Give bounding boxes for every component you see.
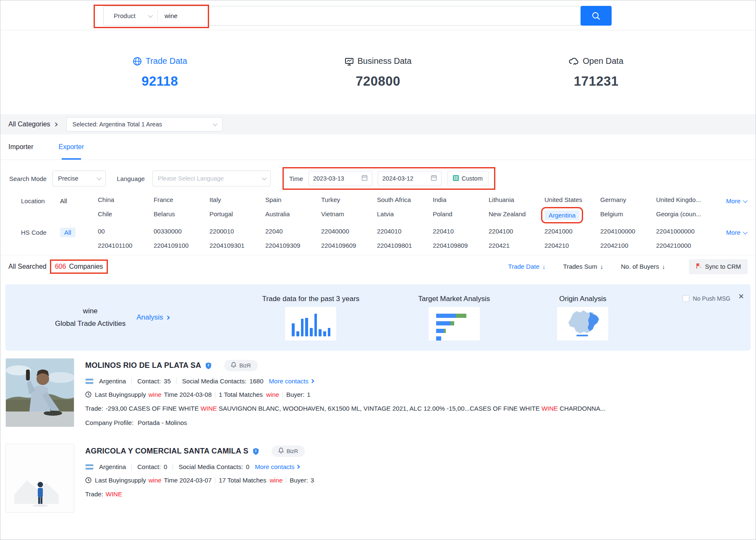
- hscode-option[interactable]: 22041000: [544, 228, 600, 235]
- location-option[interactable]: Lithuania: [489, 196, 544, 203]
- selected-areas-dropdown[interactable]: Selected: Argentina Total 1 Areas: [66, 117, 222, 131]
- location-option[interactable]: China: [98, 196, 154, 203]
- banner-card-target-market[interactable]: Target Market Analysis: [418, 295, 490, 341]
- hscode-option[interactable]: 22041000000: [656, 228, 712, 235]
- location-option[interactable]: Spain: [265, 196, 321, 203]
- stat-label: Trade Data: [146, 56, 187, 66]
- custom-range-button[interactable]: Custom: [447, 171, 489, 186]
- search-mode-select[interactable]: Precise: [52, 170, 106, 186]
- location-option[interactable]: Turkey: [321, 196, 377, 203]
- selected-areas-value: Selected: Argentina Total 1 Areas: [73, 121, 162, 128]
- stat-label: Business Data: [358, 56, 412, 66]
- analysis-link[interactable]: Analysis: [136, 313, 169, 322]
- search-type-select[interactable]: Product: [104, 12, 157, 19]
- location-option[interactable]: France: [154, 196, 209, 203]
- hscode-option[interactable]: 2204010: [377, 228, 433, 235]
- location-more-button[interactable]: More: [726, 196, 756, 204]
- hscode-option[interactable]: 2204109609: [321, 242, 377, 249]
- location-option[interactable]: Poland: [433, 210, 489, 220]
- sort-trade-date[interactable]: Trade Date ↓: [508, 263, 546, 270]
- location-option[interactable]: Georgia (coun...: [656, 210, 712, 220]
- company-name[interactable]: MOLINOS RIO DE LA PLATA SA: [85, 361, 201, 370]
- company-photo[interactable]: [5, 444, 74, 513]
- date-from-input[interactable]: 2023-03-13: [309, 171, 372, 186]
- tab-exporter[interactable]: Exporter: [59, 134, 84, 160]
- analysis-banner: wine Global Trade Activities Analysis Tr…: [5, 284, 751, 351]
- hscode-all-option[interactable]: All: [60, 228, 98, 236]
- company-photo[interactable]: [5, 358, 74, 427]
- location-option[interactable]: Chile: [98, 210, 154, 220]
- hscode-option[interactable]: 220421: [489, 242, 544, 249]
- hscode-option[interactable]: 00330000: [154, 228, 209, 235]
- hscode-option[interactable]: 2204210: [544, 242, 600, 249]
- location-option[interactable]: Portugal: [209, 210, 265, 220]
- map-thumbnail: [557, 307, 608, 341]
- bizr-badge[interactable]: BizR: [272, 446, 305, 457]
- no-push-label: No Push MSG: [693, 295, 730, 302]
- language-select[interactable]: Please Select Language: [152, 170, 271, 186]
- location-option[interactable]: New Zealand: [489, 210, 544, 220]
- hscode-option[interactable]: 2200010: [209, 228, 265, 235]
- stat-trade-data[interactable]: Trade Data 92118: [51, 56, 269, 114]
- keyword: wine: [149, 477, 162, 484]
- sync-to-crm-button[interactable]: Sync to CRM: [689, 259, 748, 274]
- company-name[interactable]: AGRICOLA Y COMERCIAL SANTA CAMILA S: [85, 447, 249, 456]
- search-button[interactable]: [581, 6, 612, 26]
- location-option[interactable]: Argentina: [544, 210, 580, 220]
- analysis-label: Analysis: [136, 313, 163, 322]
- location-option[interactable]: Latvia: [377, 210, 433, 220]
- sort-trades-sum[interactable]: Trades Sum ↓: [563, 263, 604, 270]
- banner-card-trade-data[interactable]: Trade data for the past 3 years: [262, 295, 360, 341]
- hscode-option[interactable]: 220410: [433, 228, 489, 235]
- hscode-option[interactable]: 2204101100: [98, 242, 154, 249]
- contact-label: Contact:: [137, 463, 161, 470]
- location-option[interactable]: Belarus: [154, 210, 209, 220]
- location-option[interactable]: Italy: [209, 196, 265, 203]
- tab-importer[interactable]: Importer: [8, 134, 34, 160]
- sort-no-of-buyers[interactable]: No. of Buyers ↓: [621, 263, 665, 270]
- location-all-option[interactable]: All: [60, 196, 98, 204]
- hscode-option[interactable]: 2204109301: [209, 242, 265, 249]
- last-supply-label: Last Buyingsupply: [95, 391, 146, 398]
- bizr-badge[interactable]: BizR: [224, 360, 257, 371]
- all-categories-link[interactable]: All Categories: [8, 121, 57, 128]
- no-push-checkbox[interactable]: [683, 295, 689, 302]
- hscode-option[interactable]: 2204210000: [656, 242, 712, 249]
- more-contacts-link[interactable]: More contacts: [269, 377, 314, 385]
- location-option[interactable]: Vietnam: [321, 210, 377, 220]
- search-input[interactable]: [158, 6, 581, 25]
- hscode-more-button[interactable]: More: [726, 228, 756, 236]
- hscode-option[interactable]: 2204109801: [377, 242, 433, 249]
- location-option[interactable]: Germany: [600, 196, 656, 203]
- location-option[interactable]: Belgium: [600, 210, 656, 220]
- clock-icon: [85, 391, 92, 398]
- stat-business-data[interactable]: Business Data 720800: [269, 56, 487, 114]
- hscode-option[interactable]: 2204109309: [265, 242, 321, 249]
- location-option[interactable]: United States: [544, 196, 600, 203]
- sort-label: Trades Sum: [563, 263, 597, 270]
- close-icon[interactable]: ×: [738, 292, 744, 301]
- more-contacts-link[interactable]: More contacts: [255, 463, 299, 470]
- location-option[interactable]: Australia: [265, 210, 321, 220]
- hscode-option[interactable]: 22040000: [321, 228, 377, 235]
- location-option[interactable]: India: [433, 196, 489, 203]
- location-option[interactable]: United Kingdo...: [656, 196, 712, 203]
- date-to-value: 2024-03-12: [382, 175, 413, 182]
- company-card: MOLINOS RIO DE LA PLATA SA BizR Argentin…: [0, 351, 756, 430]
- banner-card-origin[interactable]: Origin Analysis: [557, 295, 608, 341]
- location-filter: Location All ChinaFranceItalySpainTurkey…: [0, 196, 756, 220]
- hscode-option[interactable]: 2204100000: [600, 228, 656, 235]
- hscode-option[interactable]: 2204100: [489, 228, 544, 235]
- hscode-option[interactable]: 2204109809: [433, 242, 489, 249]
- location-option[interactable]: South Africa: [377, 196, 433, 203]
- stat-open-data[interactable]: Open Data 171231: [487, 56, 705, 114]
- more-label: More: [726, 229, 740, 236]
- date-to-input[interactable]: 2024-03-12: [378, 171, 442, 186]
- hscode-option[interactable]: 22042100: [600, 242, 656, 249]
- hscode-option[interactable]: 22040: [265, 228, 321, 235]
- filter-panel: Search Mode Precise Language Please Sele…: [0, 160, 756, 249]
- hscode-option[interactable]: 00: [98, 228, 154, 235]
- hscode-option[interactable]: 2204109100: [154, 242, 209, 249]
- language-placeholder: Please Select Language: [158, 175, 224, 182]
- chevron-down-icon: [97, 176, 102, 180]
